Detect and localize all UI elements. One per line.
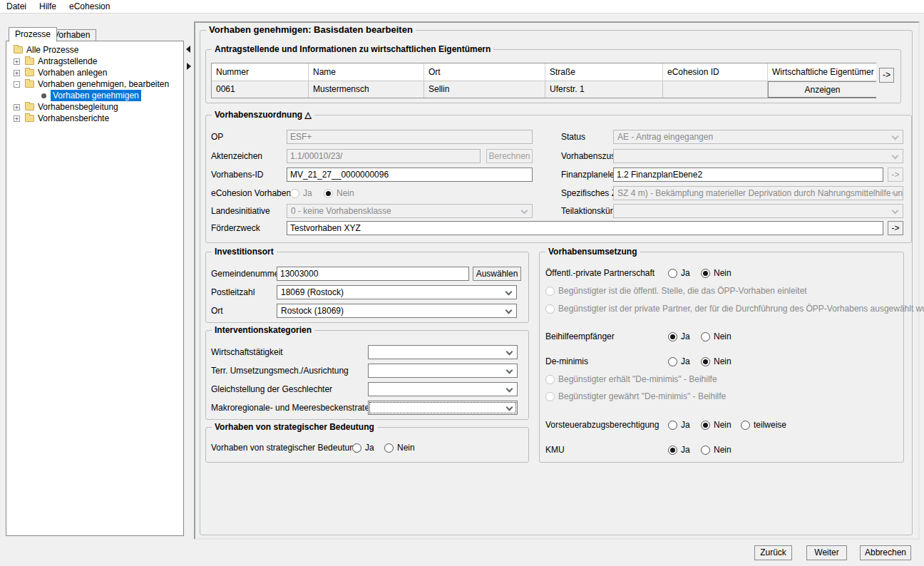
vorsteuer-nein-radio[interactable]: Nein xyxy=(701,420,732,430)
de-minimis-sub1-radio[interactable]: Begünstigter erhält "De-minimis" - Beihi… xyxy=(545,374,717,384)
radio-label: Ja xyxy=(681,445,690,455)
vorsteuer-teilweise-radio[interactable]: teilweise xyxy=(741,420,786,430)
tree-item-vorhabensbegleitung[interactable]: + Vorhabensbegleitung xyxy=(6,101,183,113)
ecohesion-nein-radio[interactable]: Nein xyxy=(324,188,354,198)
vorsteuer-ja-radio[interactable]: Ja xyxy=(668,420,690,430)
oepp-sub1-radio[interactable]: Begünstigter ist die öffentl. Stelle, di… xyxy=(545,286,807,296)
cell-ecohesion-id xyxy=(663,81,768,98)
teilaktionskuerzel-select[interactable] xyxy=(613,204,903,218)
kmu-ja-radio[interactable]: Ja xyxy=(668,445,690,455)
finanzplanelement-goto-button[interactable]: -> xyxy=(888,168,903,182)
postleitzahl-label: Postleitzahl xyxy=(211,285,255,299)
tree-item-alle-prozesse[interactable]: Alle Prozesse xyxy=(6,44,183,56)
de-minimis-ja-radio[interactable]: Ja xyxy=(668,356,690,366)
vorhabenszustand-select[interactable] xyxy=(613,149,903,163)
foerderzweck-field[interactable] xyxy=(287,221,883,235)
makroregional-label: Makroregionale- und Meeresbeckenstrategi… xyxy=(211,401,381,415)
col-ecohesion-id[interactable]: eCohesion ID xyxy=(663,63,768,81)
beihilfe-ja-radio[interactable]: Ja xyxy=(668,331,690,341)
radio-icon xyxy=(701,446,710,455)
tab-prozesse[interactable]: Prozesse xyxy=(9,27,57,42)
strategisch-ja-radio[interactable]: Ja xyxy=(352,443,374,453)
radio-icon xyxy=(545,304,555,314)
tree-item-label: Vorhaben genehmigen, bearbeiten xyxy=(38,79,169,89)
chevron-down-icon xyxy=(892,207,899,215)
table-row[interactable]: 0061 Mustermensch Sellin Uferstr. 1 Anze… xyxy=(212,81,876,98)
auswaehlen-button[interactable]: Auswählen xyxy=(473,267,521,281)
spezifisches-ziel-select[interactable]: SZ 4 m) - Bekämpfung materieller Depriva… xyxy=(613,186,903,200)
berechnen-button[interactable]: Berechnen xyxy=(486,149,533,163)
menu-datei[interactable]: Datei xyxy=(0,0,33,14)
col-ort[interactable]: Ort xyxy=(424,63,545,81)
gleichstellung-select[interactable] xyxy=(368,382,518,396)
radio-label: Ja xyxy=(365,443,374,453)
anzeigen-button[interactable]: Anzeigen xyxy=(768,81,876,98)
radio-label: Begünstigter gewährt "De-minimis" - Beih… xyxy=(558,391,726,401)
kmu-nein-radio[interactable]: Nein xyxy=(701,445,732,455)
finanzplanelement-field[interactable] xyxy=(613,168,883,182)
col-nummer-antragstellende[interactable]: Nummer Antragstellende xyxy=(212,63,309,81)
menu-hilfe[interactable]: Hilfe xyxy=(33,0,63,14)
tree-expand-icon[interactable]: + xyxy=(14,70,20,76)
col-strasse[interactable]: Straße xyxy=(545,63,663,81)
ecohesion-ja-radio[interactable]: Ja xyxy=(290,188,312,198)
col-name[interactable]: Name xyxy=(309,63,424,81)
radio-icon xyxy=(545,375,555,384)
tree-item-label-selected: Vorhaben genehmigen xyxy=(51,90,141,101)
tree-item-label: Alle Prozesse xyxy=(26,45,78,55)
tree-expand-icon[interactable]: + xyxy=(14,104,20,110)
strategisch-nein-radio[interactable]: Nein xyxy=(384,443,415,453)
ort-select[interactable]: Rostock (18069) xyxy=(277,304,517,318)
tree-collapse-icon[interactable]: - xyxy=(14,81,20,88)
aktenzeichen-label: Aktenzeichen xyxy=(211,149,262,163)
cell-nummer: 0061 xyxy=(212,81,309,98)
umsetzung-group-title: Vorhabensumsetzung xyxy=(545,247,640,257)
chevron-down-icon xyxy=(506,349,513,356)
postleitzahl-select[interactable]: 18069 (Rostock) xyxy=(277,285,517,299)
chevron-down-icon xyxy=(505,307,513,314)
gemeindenummer-field[interactable] xyxy=(277,267,469,281)
tree-item-vorhaben-anlegen[interactable]: + Vorhaben anlegen xyxy=(6,67,183,78)
op-field[interactable] xyxy=(287,130,533,144)
tree-item-vorhaben-genehmigen[interactable]: Vorhaben genehmigen xyxy=(6,90,183,101)
makroregional-select[interactable] xyxy=(368,401,518,415)
landesinitiative-select[interactable]: 0 - keine Vorhabensklasse xyxy=(287,204,533,218)
weiter-button[interactable]: Weiter xyxy=(806,545,847,560)
oepp-sub2-radio[interactable]: Begünstigter ist der private Partner, de… xyxy=(545,304,924,314)
main-panel: Vorhaben genehmigen: Basisdaten bearbeit… xyxy=(194,21,920,540)
oepp-nein-radio[interactable]: Nein xyxy=(701,268,732,278)
tree-expand-icon[interactable]: + xyxy=(14,58,20,65)
radio-label: teilweise xyxy=(754,420,786,430)
tree-expand-icon[interactable]: + xyxy=(14,115,20,122)
de-minimis-nein-radio[interactable]: Nein xyxy=(701,356,732,366)
aktenzeichen-field[interactable] xyxy=(287,149,481,163)
status-select[interactable]: AE - Antrag eingegangen xyxy=(613,130,903,144)
splitter-collapse-icon[interactable] xyxy=(186,46,190,53)
strategisch-label: Vorhaben von strategischer Bedeutung xyxy=(211,441,359,455)
tree-item-vorhaben-genehmigen-bearbeiten[interactable]: - Vorhaben genehmigen, bearbeiten xyxy=(6,78,183,90)
tree-item-vorhabensberichte[interactable]: + Vorhabensberichte xyxy=(6,113,183,124)
form-groupbox: Vorhaben genehmigen: Basisdaten bearbeit… xyxy=(200,30,913,535)
ecohesion-vorhaben-label: eCohesion Vorhaben xyxy=(211,186,291,200)
radio-icon-checked xyxy=(701,421,710,430)
chevron-down-icon xyxy=(506,367,513,374)
oepp-ja-radio[interactable]: Ja xyxy=(668,268,690,278)
col-wirtschaftliche-eigentuemer[interactable]: Wirtschaftliche Eigentümer xyxy=(768,63,876,81)
radio-label: Begünstigter ist der private Partner, de… xyxy=(558,304,924,314)
zurueck-button[interactable]: Zurück xyxy=(754,545,792,560)
chevron-down-icon xyxy=(892,153,899,160)
beihilfe-nein-radio[interactable]: Nein xyxy=(701,331,732,341)
radio-icon xyxy=(384,443,394,453)
menu-ecohesion[interactable]: eCohesion xyxy=(63,0,116,14)
tree-item-antragstellende[interactable]: + Antragstellende xyxy=(6,56,183,67)
radio-label: Nein xyxy=(714,356,732,366)
splitter-expand-icon[interactable] xyxy=(187,63,191,70)
foerderzweck-goto-button[interactable]: -> xyxy=(888,221,903,235)
de-minimis-sub2-radio[interactable]: Begünstigter gewährt "De-minimis" - Beih… xyxy=(545,391,726,401)
abbrechen-button[interactable]: Abbrechen xyxy=(860,545,911,560)
wirtschaftstaetigkeit-label: Wirtschaftstätigkeit xyxy=(211,345,283,359)
terr-umsetzung-select[interactable] xyxy=(368,364,518,378)
wirtschaftstaetigkeit-select[interactable] xyxy=(368,345,518,359)
applicants-goto-button[interactable]: -> xyxy=(879,68,894,83)
vorhabens-id-field[interactable] xyxy=(287,168,533,182)
